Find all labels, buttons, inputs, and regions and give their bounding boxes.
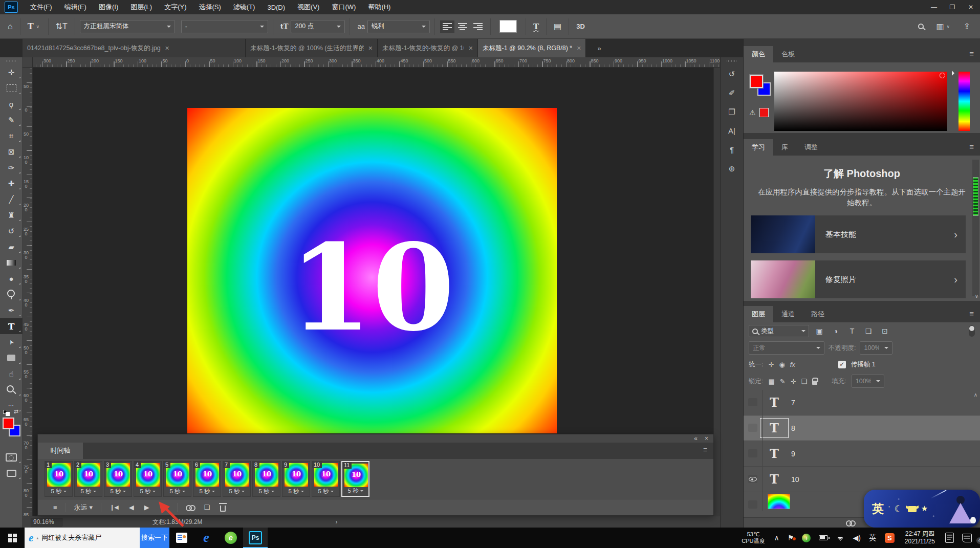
status-chevron-icon[interactable]: ›	[335, 518, 337, 525]
text-color-swatch[interactable]	[499, 20, 517, 33]
vertical-ruler[interactable]: 5005010015020025030035040045050055060065…	[23, 68, 33, 516]
menu-item[interactable]: 滤镜(T)	[227, 0, 262, 14]
default-colors-icon[interactable]: ⇄	[3, 408, 19, 415]
quick-mask-button[interactable]	[0, 449, 23, 465]
scroll-up-icon[interactable]: ∧	[974, 392, 977, 398]
scrollbar-thumb[interactable]	[973, 177, 978, 216]
lock-position-icon[interactable]: ✛	[791, 378, 796, 385]
link-layers-icon[interactable]	[846, 520, 854, 525]
canvas-vertical-scrollbar[interactable]	[713, 68, 720, 516]
layer-row[interactable]: T 9	[744, 441, 980, 467]
moon-icon[interactable]: ☾	[895, 503, 903, 515]
blur-tool[interactable]: ●	[0, 271, 23, 287]
document-tab[interactable]: 未标题-1-恢复的 @ 100% (生活的世界的… ×	[246, 39, 378, 57]
play-button[interactable]: ▶	[139, 503, 155, 511]
search-go-button[interactable]: 搜索一下	[140, 528, 169, 548]
cpu-temperature[interactable]: 53℃ CPU温度	[736, 531, 770, 544]
zoom-level-field[interactable]: 90.16%	[31, 518, 62, 527]
panel-tab[interactable]: 图层	[744, 306, 773, 322]
maximize-button[interactable]: ❐	[943, 0, 962, 14]
character-panel-icon[interactable]: A|	[721, 121, 743, 140]
taskbar-app-photoshop[interactable]: Ps	[243, 528, 268, 548]
tab-close-icon[interactable]: ×	[368, 44, 373, 52]
align-right-button[interactable]	[473, 23, 483, 30]
text-orientation-icon[interactable]: ⇅T	[53, 21, 70, 31]
marquee-tool[interactable]	[0, 80, 23, 96]
align-left-button[interactable]	[443, 23, 452, 30]
convert-to-video-timeline-icon[interactable]: ≡	[48, 503, 62, 511]
panel-tab[interactable]: 路径	[803, 306, 833, 322]
timeline-frame[interactable]: 8 10 5 秒	[252, 461, 280, 497]
move-tool[interactable]: ✛	[0, 64, 23, 80]
type-tool-preset-icon[interactable]: T	[25, 21, 36, 31]
brush-tool[interactable]: ╱	[0, 191, 23, 207]
unify-position-icon[interactable]: ✛	[768, 361, 774, 368]
blend-mode-select[interactable]: 正常	[749, 341, 824, 355]
panel-menu-icon[interactable]: ≡	[969, 46, 980, 62]
filter-adjustment-layers-icon[interactable]: ◑	[830, 327, 842, 335]
ruler-origin-corner[interactable]	[23, 57, 33, 68]
pen-tool[interactable]: ✒	[0, 302, 23, 318]
share-icon[interactable]: ⇪	[961, 21, 973, 31]
home-icon[interactable]: ⌂	[5, 22, 15, 31]
frame-duration-select[interactable]: 5 秒	[45, 488, 72, 495]
taskbar-app-360-browser[interactable]: e	[219, 528, 243, 548]
panel-tab[interactable]: 颜色	[744, 46, 773, 62]
type-tool[interactable]: T	[0, 318, 23, 334]
learn-card[interactable]: 基本技能 ›	[751, 215, 966, 253]
visibility-gutter[interactable]	[744, 390, 763, 415]
filter-type-layers-icon[interactable]: T	[846, 327, 858, 335]
learn-scrollbar[interactable]	[972, 160, 979, 296]
lasso-tool[interactable]: ϙ	[0, 96, 23, 112]
menu-item[interactable]: 图像(I)	[93, 0, 124, 14]
tab-close-icon[interactable]: ×	[165, 44, 169, 52]
learn-card[interactable]: 修复照片 ›	[751, 260, 966, 298]
canvas-document[interactable]: 10	[187, 108, 557, 433]
timeline-frame[interactable]: 2 10 5 秒	[74, 461, 102, 497]
volume-icon[interactable]: ◀)	[848, 534, 864, 542]
sogou-icon[interactable]: S	[881, 533, 899, 543]
frame-duration-select[interactable]: 5 秒	[312, 488, 339, 495]
menu-item[interactable]: 窗口(W)	[325, 0, 362, 14]
visibility-gutter[interactable]	[744, 467, 763, 492]
panel-tab[interactable]: 学习	[744, 139, 773, 156]
quick-selection-tool[interactable]: ✎	[0, 112, 23, 128]
clone-stamp-tool[interactable]: ♜	[0, 207, 23, 223]
eyedropper-tool[interactable]: ✑	[0, 160, 23, 176]
timeline-frame[interactable]: 6 10 5 秒	[193, 461, 221, 497]
visibility-gutter[interactable]	[744, 415, 763, 441]
foreground-color-swatch[interactable]	[3, 418, 14, 429]
timeline-frame[interactable]: 3 10 5 秒	[104, 461, 132, 497]
workspace-icon[interactable]: ▥	[933, 21, 946, 31]
filter-smart-objects-icon[interactable]: ⊡	[879, 327, 891, 335]
horizontal-ruler[interactable]: 3002502001501005005010015020025030035040…	[33, 57, 720, 68]
menu-item[interactable]: 文字(Y)	[158, 0, 192, 14]
search-icon[interactable]	[916, 24, 926, 29]
search-dropdown-icon[interactable]: ▴	[36, 536, 38, 540]
timeline-frame[interactable]: 5 10 5 秒	[163, 461, 191, 497]
font-family-select[interactable]: 方正粗黑宋简体	[80, 20, 175, 33]
wifi-icon[interactable]	[832, 535, 848, 541]
document-tab[interactable]: 未标题-1-恢复的-恢复的 @ 100% (背景, R... ×	[378, 39, 478, 57]
align-center-button[interactable]	[458, 23, 467, 30]
timeline-frame[interactable]: 1 10 5 秒	[45, 461, 73, 497]
frame-duration-select[interactable]: 5 秒	[134, 488, 161, 495]
panel-tab[interactable]: 调整	[796, 139, 826, 156]
menu-item[interactable]: 编辑(E)	[58, 0, 93, 14]
ime-skin-icon[interactable]	[908, 506, 917, 512]
taskbar-search-box[interactable]: e ▴	[25, 528, 140, 548]
loop-selector[interactable]: 永远▾	[69, 503, 98, 512]
screen-mode-button[interactable]	[0, 465, 23, 481]
scroll-down-icon[interactable]: ∨	[975, 293, 978, 299]
frame-tool[interactable]: ⊠	[0, 144, 23, 160]
gamut-warning-icon[interactable]: ⚠	[749, 108, 756, 117]
document-tab[interactable]: 01421d814725e3cc667be8_tplv-obj-恢复的.jpg …	[23, 39, 246, 57]
timeline-frame[interactable]: 4 10 5 秒	[134, 461, 162, 497]
warp-text-icon[interactable]: T	[531, 22, 541, 31]
antivirus-icon[interactable]: +	[798, 534, 815, 542]
layer-filter-type-select[interactable]: 类型	[749, 325, 809, 337]
timeline-frame[interactable]: 9 10 5 秒	[282, 461, 310, 497]
font-style-select[interactable]: -	[181, 20, 268, 33]
history-brush-tool[interactable]: ↺	[0, 223, 23, 239]
saturation-brightness-field[interactable]	[774, 72, 947, 131]
